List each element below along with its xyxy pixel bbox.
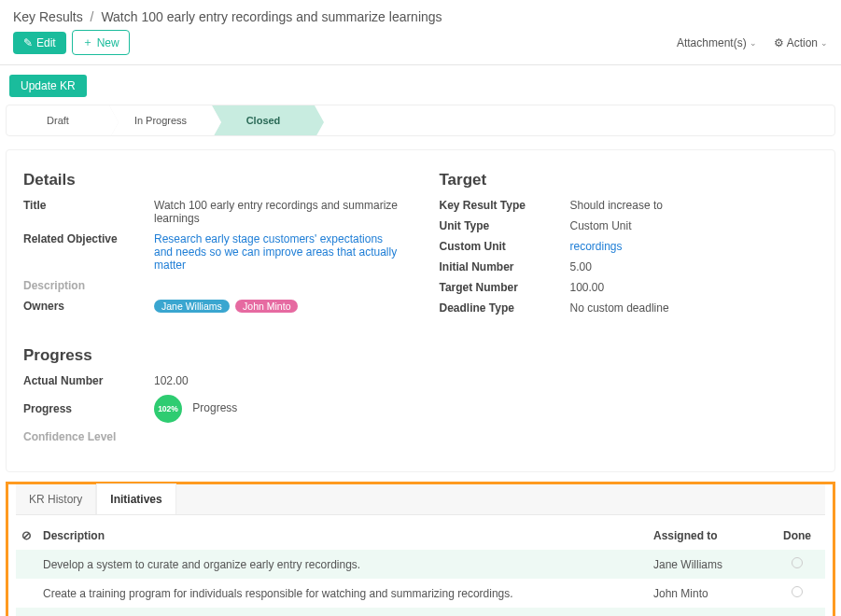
initiative-desc: Develop a system to curate and organize … (37, 550, 648, 579)
done-unchecked-icon[interactable] (792, 557, 803, 568)
attachments-dropdown[interactable]: Attachment(s) ⌄ (677, 36, 757, 49)
progress-badge: 102% (154, 395, 182, 423)
col-done: Done (769, 521, 825, 550)
plus-icon: ＋ (82, 35, 93, 50)
deadline-type-value: No custom deadline (570, 301, 669, 315)
kr-type-value: Should increase to (570, 199, 663, 212)
pencil-icon: ✎ (23, 36, 33, 49)
breadcrumb-current: Watch 100 early entry recordings and sum… (101, 9, 442, 24)
initiative-desc: Create a training program for individual… (37, 579, 648, 608)
check-header-icon: ⊘ (21, 528, 32, 542)
main-card: Details Title Watch 100 early entry reco… (6, 149, 835, 472)
initiative-desc: Define performance metrics for the revie… (37, 608, 648, 616)
new-label: New (97, 36, 119, 49)
progress-word: Progress (192, 401, 237, 414)
target-number-label: Target Number (440, 281, 570, 294)
action-dropdown[interactable]: ⚙ Action ⌄ (774, 36, 828, 49)
kr-type-label: Key Result Type (440, 199, 570, 212)
owners-label: Owners (23, 300, 154, 313)
edit-label: Edit (36, 36, 56, 49)
chevron-down-icon: ⌄ (820, 38, 828, 48)
unit-type-value: Custom Unit (570, 219, 632, 232)
actual-number-value: 102.00 (154, 374, 189, 387)
progress-heading: Progress (23, 346, 402, 365)
table-row[interactable]: Define performance metrics for the revie… (16, 608, 825, 616)
initiatives-table: ⊘ Description Assigned to Done Develop a… (16, 521, 825, 616)
title-label: Title (23, 199, 154, 225)
description-label: Description (23, 279, 154, 292)
breadcrumb-separator: / (91, 9, 94, 24)
progress-label: Progress (23, 402, 154, 415)
col-assigned: Assigned to (648, 521, 769, 550)
chevron-down-icon: ⌄ (750, 38, 757, 48)
stage-bar: Draft In Progress Closed (6, 105, 835, 136)
tab-kr-history[interactable]: KR History (16, 484, 96, 514)
attachments-label: Attachment(s) (677, 36, 747, 49)
toolbar: ✎ Edit ＋ New Attachment(s) ⌄ ⚙ Action ⌄ (0, 30, 841, 65)
initiative-assigned: Jane Williams (648, 550, 769, 579)
progress-value: 102% Progress (154, 395, 237, 423)
details-section: Details Title Watch 100 early entry reco… (23, 171, 402, 451)
initiatives-highlight: KR History Initiatives ⊘ Description Ass… (6, 482, 835, 616)
update-row: Update KR (0, 65, 841, 105)
initial-number-label: Initial Number (440, 260, 570, 273)
details-heading: Details (23, 171, 402, 189)
stage-in-progress[interactable]: In Progress (109, 105, 212, 135)
edit-button[interactable]: ✎ Edit (13, 32, 66, 54)
owner-pill[interactable]: John Minto (235, 300, 298, 313)
initiative-assigned: John Minto (648, 579, 769, 608)
related-objective-link[interactable]: Research early stage customers' expectat… (154, 232, 402, 272)
target-section: Target Key Result Type Should increase t… (440, 171, 819, 451)
related-objective-label: Related Objective (23, 232, 154, 272)
tab-initiatives[interactable]: Initiatives (96, 483, 175, 514)
title-value: Watch 100 early entry recordings and sum… (154, 199, 402, 225)
owners-value: Jane Williams John Minto (154, 300, 301, 313)
stage-closed[interactable]: Closed (212, 105, 315, 135)
done-unchecked-icon[interactable] (792, 586, 803, 597)
table-row[interactable]: Develop a system to curate and organize … (16, 550, 825, 579)
stage-draft[interactable]: Draft (7, 105, 109, 135)
initiative-assigned: Jane Williams (648, 608, 769, 616)
table-row[interactable]: Create a training program for individual… (16, 579, 825, 608)
gear-icon: ⚙ (774, 36, 784, 49)
col-description: Description (37, 521, 648, 550)
target-heading: Target (440, 171, 819, 189)
custom-unit-label: Custom Unit (440, 240, 570, 253)
target-number-value: 100.00 (570, 281, 605, 294)
deadline-type-label: Deadline Type (440, 301, 570, 315)
breadcrumb-root[interactable]: Key Results (13, 9, 83, 24)
action-label: Action (787, 36, 818, 49)
new-button[interactable]: ＋ New (72, 30, 130, 55)
unit-type-label: Unit Type (440, 219, 570, 232)
tabs: KR History Initiatives (16, 484, 825, 515)
confidence-label: Confidence Level (23, 430, 154, 443)
custom-unit-value[interactable]: recordings (570, 240, 623, 253)
update-kr-button[interactable]: Update KR (9, 75, 87, 97)
initial-number-value: 5.00 (570, 260, 592, 273)
owner-pill[interactable]: Jane Williams (154, 300, 230, 313)
breadcrumb: Key Results / Watch 100 early entry reco… (0, 0, 841, 30)
actual-number-label: Actual Number (23, 374, 154, 387)
